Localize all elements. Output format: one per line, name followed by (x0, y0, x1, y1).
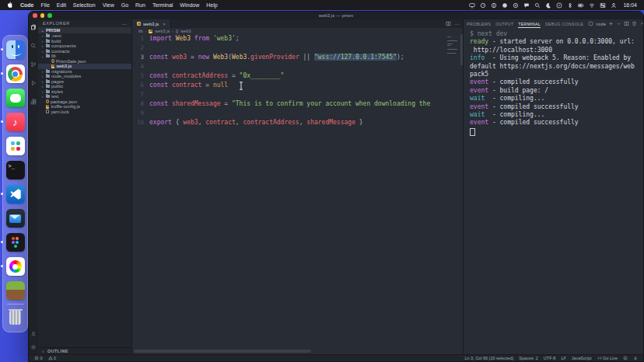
code-token: const (149, 72, 172, 79)
dock-item-terminal[interactable]: >_ (6, 161, 25, 179)
panel-tab-output[interactable]: OUTPUT (495, 19, 513, 28)
panel-tab-terminal[interactable]: TERMINAL (518, 19, 541, 28)
camera-icon[interactable] (513, 2, 519, 9)
menu-item-code[interactable]: Code (20, 2, 34, 8)
panel-tab-problems[interactable]: PROBLEMS (467, 19, 491, 28)
tab-web3js[interactable]: JS web3.js × (132, 19, 171, 28)
chevron-up-icon[interactable] (639, 21, 644, 26)
apple-icon[interactable] (7, 2, 13, 9)
editor-horizontal-scrollbar[interactable] (134, 350, 311, 353)
terminal-line: $ next dev (470, 30, 642, 38)
status-warning[interactable]: 0 (48, 356, 57, 360)
dock-item-messages[interactable] (6, 89, 25, 107)
slack-icon (6, 137, 25, 155)
gauge-icon[interactable] (480, 2, 486, 9)
menu-item-help[interactable]: Help (206, 2, 217, 8)
code-token: const (149, 54, 172, 61)
status-item-go-live[interactable]: Go Live (597, 356, 618, 360)
menu-item-edit[interactable]: Edit (57, 2, 66, 8)
account-icon[interactable] (30, 331, 37, 337)
menu-item-run[interactable]: Run (135, 2, 145, 8)
editor-vertical-scrollbar[interactable] (460, 34, 463, 65)
status-error[interactable]: 0 (34, 356, 43, 360)
editor-more-icon[interactable]: ⋯ (454, 21, 459, 26)
shell-selector[interactable]: node (596, 22, 606, 26)
outline-section[interactable]: › OUTLINE (38, 347, 131, 354)
switch-user-icon[interactable] (611, 2, 617, 9)
minimize-window-button[interactable] (40, 13, 45, 18)
status-item-spaces-2[interactable]: Spaces: 2 (519, 356, 537, 360)
dock-item-chrome[interactable] (6, 64, 25, 83)
menu-item-go[interactable]: Go (121, 2, 128, 8)
dock-item-finder[interactable] (6, 40, 25, 59)
status-item-bell-icon[interactable] (633, 356, 638, 360)
explorer-more-icon[interactable]: ⋯ (121, 21, 127, 26)
chat-icon[interactable] (523, 2, 530, 9)
breadcrumb-item[interactable]: lib (138, 29, 143, 33)
display-icon[interactable] (469, 2, 475, 9)
dock-item-mail[interactable] (6, 209, 25, 228)
menu-item-selection[interactable]: Selection (73, 2, 96, 8)
trash-icon[interactable] (632, 21, 637, 26)
search-icon[interactable] (534, 2, 541, 9)
status-item-javascript[interactable]: JavaScript (572, 356, 592, 360)
dock-item-trash[interactable] (6, 308, 25, 327)
finder-icon (6, 40, 25, 59)
close-window-button[interactable] (33, 13, 37, 18)
menu-item-terminal[interactable]: Terminal (152, 2, 173, 8)
vpn-icon[interactable] (491, 2, 497, 9)
status-text: 0 (40, 356, 43, 360)
breadcrumb-item[interactable]: web3 (180, 29, 191, 33)
shortcuts-icon[interactable] (556, 2, 562, 9)
code-editor[interactable]: 1import Web3 from 'web3';23const web3 = … (132, 34, 463, 354)
zoom-window-button[interactable] (47, 13, 52, 18)
status-item-lf[interactable]: LF (561, 356, 565, 360)
status-item-ln-3-col-66-20-selected-[interactable]: Ln 3, Col 66 (20 selected) (464, 356, 513, 360)
menu-item-file[interactable]: File (41, 2, 50, 8)
control-center-icon[interactable] (600, 2, 606, 9)
bluetooth-icon[interactable] (567, 2, 573, 9)
dock-item-figma[interactable] (6, 233, 25, 252)
dock-item-slack[interactable] (6, 137, 25, 155)
dock-item-music[interactable]: ♪ (6, 113, 25, 131)
menu-item-view[interactable]: View (103, 2, 114, 8)
file-label: build (51, 39, 61, 44)
activity-search-icon[interactable] (30, 43, 37, 49)
status-text: JavaScript (572, 356, 592, 360)
menu-item-window[interactable]: Window (180, 2, 199, 8)
split-editor-icon[interactable] (624, 21, 629, 26)
dock-item-vscode[interactable] (6, 185, 25, 204)
menubar-clock[interactable]: 16:04 (623, 2, 637, 8)
plus-icon[interactable] (608, 21, 614, 26)
terminal-token: - compiled successfully (488, 78, 579, 85)
terminal-output[interactable]: $ next devready - started server on 0.0.… (464, 28, 643, 354)
wifi-icon[interactable] (589, 2, 595, 9)
activity-explorer-icon[interactable] (30, 24, 37, 30)
line-number: 9 (132, 109, 149, 118)
battery-icon[interactable] (578, 2, 584, 9)
chevron-down-icon[interactable] (616, 21, 621, 26)
moon-icon[interactable] (545, 2, 551, 9)
breadcrumb-item[interactable]: web3.js (155, 29, 170, 33)
status-text: 0 (54, 356, 56, 360)
settings-gear-icon[interactable] (30, 344, 37, 350)
panel-tab-debug-console[interactable]: DEBUG CONSOLE (545, 19, 583, 28)
status-item-utf-8[interactable]: UTF-8 (544, 356, 556, 360)
menu-bar: CodeFileEditSelectionViewGoRunTerminalWi… (0, 0, 644, 10)
dock-item-media[interactable] (6, 257, 25, 276)
line-number: 4 (132, 62, 149, 71)
explorer-section-prism[interactable]: ⌄ PRISM (38, 27, 131, 33)
dock-item-minecraft[interactable] (6, 281, 25, 300)
code-token: , (236, 119, 243, 126)
status-item-feedback-icon[interactable] (623, 356, 628, 360)
activity-run-debug-icon[interactable] (30, 80, 37, 86)
breadcrumb[interactable]: lib›JSweb3.js›{}web3 (132, 28, 463, 34)
close-tab-icon[interactable]: × (163, 22, 166, 26)
file-tree-item-yarn-lock[interactable]: yarn.lock (38, 110, 131, 115)
activity-source-control-icon[interactable] (30, 61, 37, 68)
window-titlebar[interactable]: web3.js — prism (29, 12, 643, 19)
record-icon[interactable] (502, 2, 508, 9)
code-text: const web3 = new Web3(Web3.givenProvider… (149, 53, 404, 62)
split-editor-icon[interactable] (446, 21, 451, 26)
activity-extensions-icon[interactable] (30, 99, 37, 105)
